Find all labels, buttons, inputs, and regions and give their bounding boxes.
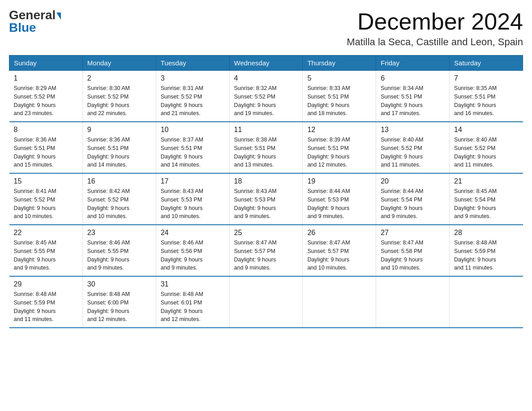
day-number: 1 (14, 74, 78, 82)
day-info: Sunrise: 8:39 AMSunset: 5:51 PMDaylight:… (307, 137, 350, 168)
calendar-cell: 10Sunrise: 8:37 AMSunset: 5:51 PMDayligh… (156, 122, 229, 173)
header-thursday: Thursday (303, 56, 376, 71)
calendar-cell (303, 276, 376, 328)
day-info: Sunrise: 8:32 AMSunset: 5:52 PMDaylight:… (234, 85, 277, 116)
day-info: Sunrise: 8:36 AMSunset: 5:51 PMDaylight:… (87, 137, 130, 168)
title-area: December 2024 Matilla la Seca, Castille … (347, 9, 523, 48)
calendar-cell: 21Sunrise: 8:45 AMSunset: 5:54 PMDayligh… (450, 173, 523, 225)
calendar-cell: 12Sunrise: 8:39 AMSunset: 5:51 PMDayligh… (303, 122, 376, 173)
day-info: Sunrise: 8:46 AMSunset: 5:56 PMDaylight:… (161, 240, 203, 271)
day-info: Sunrise: 8:46 AMSunset: 5:55 PMDaylight:… (87, 240, 130, 271)
header-monday: Monday (82, 56, 156, 71)
day-number: 18 (234, 177, 298, 185)
day-number: 14 (454, 126, 518, 134)
day-info: Sunrise: 8:45 AMSunset: 5:54 PMDaylight:… (454, 188, 497, 219)
page-header: General Blue December 2024 Matilla la Se… (9, 9, 523, 48)
day-info: Sunrise: 8:48 AMSunset: 5:59 PMDaylight:… (454, 240, 497, 271)
day-info: Sunrise: 8:41 AMSunset: 5:52 PMDaylight:… (14, 188, 56, 219)
header-tuesday: Tuesday (156, 56, 229, 71)
header-wednesday: Wednesday (229, 56, 303, 71)
day-number: 28 (454, 229, 518, 237)
day-number: 26 (307, 229, 371, 237)
day-info: Sunrise: 8:36 AMSunset: 5:51 PMDaylight:… (14, 137, 56, 168)
day-info: Sunrise: 8:48 AMSunset: 5:59 PMDaylight:… (14, 291, 56, 322)
location-subtitle: Matilla la Seca, Castille and Leon, Spai… (347, 36, 523, 48)
header-sunday: Sunday (9, 56, 83, 71)
day-info: Sunrise: 8:43 AMSunset: 5:53 PMDaylight:… (161, 188, 203, 219)
calendar-cell: 28Sunrise: 8:48 AMSunset: 5:59 PMDayligh… (450, 225, 523, 276)
calendar-cell: 8Sunrise: 8:36 AMSunset: 5:51 PMDaylight… (9, 122, 83, 173)
calendar-cell: 4Sunrise: 8:32 AMSunset: 5:52 PMDaylight… (229, 71, 303, 122)
day-number: 17 (161, 177, 225, 185)
day-info: Sunrise: 8:47 AMSunset: 5:57 PMDaylight:… (307, 240, 350, 271)
calendar-cell: 17Sunrise: 8:43 AMSunset: 5:53 PMDayligh… (156, 173, 229, 225)
header-saturday: Saturday (450, 56, 523, 71)
calendar-table: SundayMondayTuesdayWednesdayThursdayFrid… (9, 55, 523, 328)
calendar-cell: 24Sunrise: 8:46 AMSunset: 5:56 PMDayligh… (156, 225, 229, 276)
calendar-cell: 18Sunrise: 8:43 AMSunset: 5:53 PMDayligh… (229, 173, 303, 225)
calendar-week-row: 22Sunrise: 8:45 AMSunset: 5:55 PMDayligh… (9, 225, 523, 276)
day-number: 29 (14, 280, 78, 288)
calendar-cell: 23Sunrise: 8:46 AMSunset: 5:55 PMDayligh… (82, 225, 156, 276)
calendar-cell (229, 276, 303, 328)
calendar-cell: 19Sunrise: 8:44 AMSunset: 5:53 PMDayligh… (303, 173, 376, 225)
day-number: 21 (454, 177, 518, 185)
day-number: 8 (14, 126, 78, 134)
day-number: 16 (87, 177, 151, 185)
calendar-cell: 27Sunrise: 8:47 AMSunset: 5:58 PMDayligh… (376, 225, 450, 276)
calendar-cell: 16Sunrise: 8:42 AMSunset: 5:52 PMDayligh… (82, 173, 156, 225)
day-info: Sunrise: 8:44 AMSunset: 5:53 PMDaylight:… (307, 188, 350, 219)
calendar-cell: 1Sunrise: 8:29 AMSunset: 5:52 PMDaylight… (9, 71, 83, 122)
calendar-cell: 9Sunrise: 8:36 AMSunset: 5:51 PMDaylight… (82, 122, 156, 173)
calendar-cell: 31Sunrise: 8:48 AMSunset: 6:01 PMDayligh… (156, 276, 229, 328)
day-info: Sunrise: 8:34 AMSunset: 5:51 PMDaylight:… (381, 85, 423, 116)
calendar-cell: 20Sunrise: 8:44 AMSunset: 5:54 PMDayligh… (376, 173, 450, 225)
day-number: 9 (87, 126, 151, 134)
day-info: Sunrise: 8:43 AMSunset: 5:53 PMDaylight:… (234, 188, 277, 219)
day-number: 3 (161, 74, 225, 82)
day-info: Sunrise: 8:48 AMSunset: 6:00 PMDaylight:… (87, 291, 130, 322)
day-info: Sunrise: 8:42 AMSunset: 5:52 PMDaylight:… (87, 188, 130, 219)
calendar-week-row: 15Sunrise: 8:41 AMSunset: 5:52 PMDayligh… (9, 173, 523, 225)
calendar-header-row: SundayMondayTuesdayWednesdayThursdayFrid… (9, 56, 523, 71)
calendar-cell: 26Sunrise: 8:47 AMSunset: 5:57 PMDayligh… (303, 225, 376, 276)
day-number: 23 (87, 229, 151, 237)
day-info: Sunrise: 8:45 AMSunset: 5:55 PMDaylight:… (14, 240, 56, 271)
day-number: 30 (87, 280, 151, 288)
day-number: 12 (307, 126, 371, 134)
calendar-cell: 13Sunrise: 8:40 AMSunset: 5:52 PMDayligh… (376, 122, 450, 173)
day-number: 13 (381, 126, 445, 134)
day-number: 24 (161, 229, 225, 237)
calendar-cell: 5Sunrise: 8:33 AMSunset: 5:51 PMDaylight… (303, 71, 376, 122)
calendar-cell: 25Sunrise: 8:47 AMSunset: 5:57 PMDayligh… (229, 225, 303, 276)
day-number: 5 (307, 74, 371, 82)
day-info: Sunrise: 8:44 AMSunset: 5:54 PMDaylight:… (381, 188, 423, 219)
calendar-cell: 2Sunrise: 8:30 AMSunset: 5:52 PMDaylight… (82, 71, 156, 122)
month-title: December 2024 (347, 9, 523, 34)
day-info: Sunrise: 8:33 AMSunset: 5:51 PMDaylight:… (307, 85, 350, 116)
day-info: Sunrise: 8:31 AMSunset: 5:52 PMDaylight:… (161, 85, 203, 116)
logo-general-line: General (9, 9, 61, 21)
day-number: 31 (161, 280, 225, 288)
logo-blue-line: Blue (9, 21, 36, 34)
calendar-cell: 30Sunrise: 8:48 AMSunset: 6:00 PMDayligh… (82, 276, 156, 328)
day-number: 10 (161, 126, 225, 134)
day-info: Sunrise: 8:37 AMSunset: 5:51 PMDaylight:… (161, 137, 203, 168)
calendar-cell: 6Sunrise: 8:34 AMSunset: 5:51 PMDaylight… (376, 71, 450, 122)
calendar-cell: 14Sunrise: 8:40 AMSunset: 5:52 PMDayligh… (450, 122, 523, 173)
calendar-cell (376, 276, 450, 328)
day-number: 25 (234, 229, 298, 237)
logo-general-text: General (9, 8, 61, 22)
day-info: Sunrise: 8:48 AMSunset: 6:01 PMDaylight:… (161, 291, 203, 322)
calendar-week-row: 1Sunrise: 8:29 AMSunset: 5:52 PMDaylight… (9, 71, 523, 122)
calendar-cell: 3Sunrise: 8:31 AMSunset: 5:52 PMDaylight… (156, 71, 229, 122)
day-number: 19 (307, 177, 371, 185)
day-number: 20 (381, 177, 445, 185)
logo: General Blue (9, 9, 61, 34)
logo-blue-text: Blue (9, 21, 36, 34)
day-number: 6 (381, 74, 445, 82)
day-number: 22 (14, 229, 78, 237)
day-info: Sunrise: 8:40 AMSunset: 5:52 PMDaylight:… (454, 137, 497, 168)
day-info: Sunrise: 8:38 AMSunset: 5:51 PMDaylight:… (234, 137, 277, 168)
day-number: 15 (14, 177, 78, 185)
